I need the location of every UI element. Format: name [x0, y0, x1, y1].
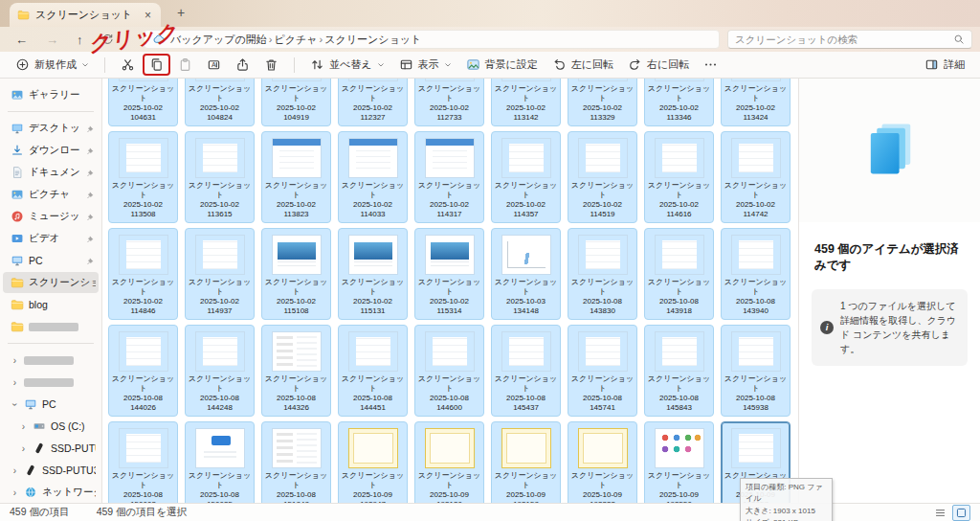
file-item[interactable]: スクリーンショット2025-10-09193158	[491, 421, 561, 503]
file-item[interactable]: スクリーンショット2025-10-02114033	[338, 131, 408, 223]
file-item[interactable]: スクリーンショット2025-10-03134148	[491, 228, 561, 320]
toolbar-rotate-right-button[interactable]: 右に回転	[622, 55, 695, 75]
file-item[interactable]: スクリーンショット2025-10-02104824	[185, 79, 255, 126]
file-item[interactable]: スクリーンショット2025-10-02113615	[185, 131, 255, 223]
file-item[interactable]: スクリーンショット2025-10-02112733	[414, 79, 484, 126]
file-thumbnail	[578, 428, 628, 468]
toolbar-rotate-left-button[interactable]: 左に回転	[546, 55, 619, 75]
sidebar-item-gallery[interactable]: ギャラリー	[3, 84, 99, 105]
file-item[interactable]: スクリーンショット2025-10-08144026	[108, 325, 178, 417]
search-input[interactable]	[735, 34, 953, 45]
file-item[interactable]: スクリーンショット2025-10-02115131	[338, 228, 408, 320]
toolbar-share-button[interactable]	[230, 55, 256, 75]
file-item[interactable]: スクリーンショット2025-10-02113346	[644, 79, 714, 126]
breadcrumb-item[interactable]: バックアップの開始	[170, 33, 267, 47]
sidebar-item-desktop[interactable]: デスクトップ	[3, 118, 99, 139]
file-item[interactable]: スクリーンショット2025-10-02114742	[721, 131, 791, 223]
toolbar-more-button[interactable]	[698, 55, 724, 75]
file-item[interactable]: スクリーンショット2025-10-08151848	[261, 421, 331, 503]
file-item[interactable]: スクリーンショット2025-10-02113424	[721, 79, 791, 126]
file-item[interactable]: スクリーンショット2025-10-09192947	[338, 421, 408, 503]
toolbar-delete-button[interactable]	[258, 55, 284, 75]
file-item[interactable]: スクリーンショット2025-10-08143940	[721, 228, 791, 320]
toolbar-sort-button[interactable]: 並べ替え	[304, 55, 390, 75]
file-item[interactable]: スクリーンショット2025-10-08150035	[185, 421, 255, 503]
sidebar-item-downloads[interactable]: ダウンロード	[3, 140, 99, 161]
toolbar-copy-button[interactable]	[144, 55, 169, 75]
sidebar-item-pc-tree[interactable]: ›PC	[3, 394, 99, 415]
sidebar-item-network[interactable]: ›ネットワーク	[3, 482, 99, 503]
sidebar-item-documents[interactable]: ドキュメント	[3, 162, 99, 183]
file-item[interactable]: スクリーンショット2025-10-02113823	[261, 131, 331, 223]
file-item[interactable]: スクリーンショット2025-10-08145938	[721, 325, 791, 417]
file-item[interactable]: スクリーンショット2025-10-02114357	[491, 131, 561, 223]
sidebar-item-ssd-2[interactable]: ›SSD-PUTU3C (D	[3, 460, 99, 481]
file-item[interactable]: スクリーンショット2025-10-02112327	[338, 79, 408, 126]
file-item[interactable]: スクリーンショット2025-10-02114519	[568, 131, 637, 223]
file-item[interactable]: スクリーンショット2025-10-08144600	[414, 325, 484, 417]
address-bar[interactable]: バックアップの開始›ピクチャ›スクリーンショット	[144, 30, 720, 49]
sidebar-item-pc-pinned[interactable]: PC	[3, 250, 99, 271]
chevron-icon[interactable]: ›	[10, 400, 20, 409]
sidebar-item-redacted-1[interactable]: ›	[3, 350, 99, 371]
file-item[interactable]: スクリーンショット2025-10-02115108	[261, 228, 331, 320]
up-button[interactable]: ↑	[77, 33, 83, 47]
file-item[interactable]: スクリーンショット2025-10-08144248	[185, 325, 255, 417]
file-item[interactable]: スクリーンショット2025-10-09193550	[644, 421, 714, 503]
file-item[interactable]: スクリーンショット2025-10-08143830	[568, 228, 637, 320]
file-item[interactable]: スクリーンショット2025-10-02113508	[108, 131, 178, 223]
file-item[interactable]: スクリーンショット2025-10-08150002	[108, 421, 178, 503]
toolbar-cut-button[interactable]	[115, 55, 141, 75]
pin-icon	[85, 234, 96, 244]
tab-screenshots[interactable]: スクリーンショット ×	[10, 3, 161, 27]
sidebar-item-label: ドキュメント	[29, 166, 80, 179]
chevron-icon[interactable]: ›	[11, 465, 19, 476]
file-item[interactable]: スクリーンショット2025-10-02104919	[261, 79, 331, 126]
sidebar-item-screenshots[interactable]: スクリーンショット	[3, 272, 99, 293]
file-item[interactable]: スクリーンショット2025-10-09193233	[568, 421, 637, 503]
chevron-icon[interactable]: ›	[11, 355, 19, 366]
breadcrumb-item[interactable]: ピクチャ	[274, 33, 317, 47]
sidebar-item-videos[interactable]: ビデオ	[3, 228, 99, 249]
file-item[interactable]: スクリーンショット2025-10-02114616	[644, 131, 714, 223]
file-item[interactable]: スクリーンショット2025-10-02114846	[108, 228, 178, 320]
search-box[interactable]	[727, 30, 972, 49]
file-item[interactable]: スクリーンショット2025-10-02115314	[414, 228, 484, 320]
file-item[interactable]: スクリーンショット2025-10-08144451	[338, 325, 408, 417]
sidebar-item-music[interactable]: ミュージック	[3, 206, 99, 227]
thumbnail-view-icon[interactable]	[952, 505, 970, 521]
file-item[interactable]: スクリーンショット2025-10-09193130	[414, 421, 484, 503]
file-item[interactable]: スクリーンショット2025-10-02104631	[108, 79, 178, 126]
file-item[interactable]: スクリーンショット2025-10-02114937	[185, 228, 255, 320]
file-thumbnail	[348, 331, 398, 372]
file-item[interactable]: スクリーンショット2025-10-08145437	[491, 325, 561, 417]
toolbar-details-button[interactable]: 詳細	[919, 55, 970, 75]
toolbar-set-background-button[interactable]: 背景に設定	[460, 55, 544, 75]
sidebar-item-redacted-2[interactable]: ›	[3, 372, 99, 393]
file-item[interactable]: スクリーンショット2025-10-08145741	[568, 325, 637, 417]
file-item[interactable]: スクリーンショット2025-10-08144326	[261, 325, 331, 417]
chevron-icon[interactable]: ›	[19, 443, 28, 454]
chevron-icon[interactable]: ›	[11, 377, 19, 388]
chevron-icon[interactable]: ›	[19, 421, 28, 432]
toolbar-view-button[interactable]: 表示	[393, 55, 457, 75]
breadcrumb-item[interactable]: スクリーンショット	[324, 33, 421, 47]
chevron-icon[interactable]: ›	[11, 487, 19, 498]
file-item[interactable]: スクリーンショット2025-10-02114317	[414, 131, 484, 223]
file-item[interactable]: スクリーンショット2025-10-08143918	[644, 228, 714, 320]
sidebar-item-ssd-1[interactable]: ›SSD-PUTU3C (	[3, 438, 99, 459]
sidebar-item-blog[interactable]: blog	[3, 294, 99, 315]
tab-close-icon[interactable]: ×	[143, 9, 153, 22]
new-tab-button[interactable]: +	[172, 5, 189, 20]
toolbar-new-button[interactable]: 新規作成	[10, 55, 95, 75]
sidebar-item-redacted-folder[interactable]	[3, 316, 99, 337]
toolbar-rename-button[interactable]: A	[201, 55, 227, 75]
sidebar-item-pictures[interactable]: ピクチャ	[3, 184, 99, 205]
refresh-icon[interactable]	[101, 34, 114, 46]
list-view-icon[interactable]	[934, 507, 947, 519]
sidebar-item-os-c[interactable]: ›OS (C:)	[3, 416, 99, 437]
back-button[interactable]: ←	[15, 33, 28, 47]
file-item[interactable]: スクリーンショット2025-10-02113329	[568, 79, 637, 126]
file-item[interactable]: スクリーンショット2025-10-02113142	[491, 79, 561, 126]
file-item[interactable]: スクリーンショット2025-10-08145843	[644, 325, 714, 417]
